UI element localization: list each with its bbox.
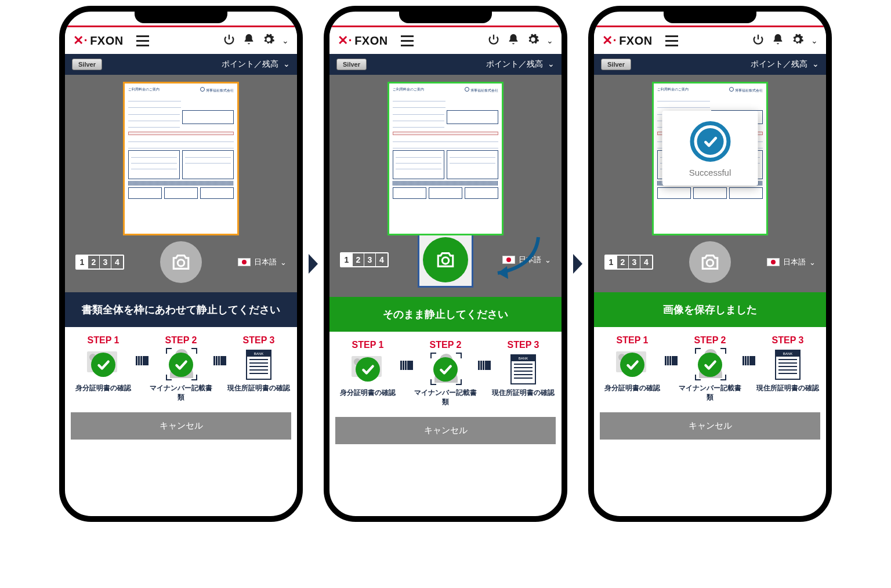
bell-icon[interactable] bbox=[507, 33, 520, 48]
step-arrow bbox=[478, 361, 491, 370]
page-counter: 1234 bbox=[340, 252, 389, 267]
status-bar: Silverポイント／残高 ⌄ bbox=[329, 54, 562, 75]
bell-icon[interactable] bbox=[772, 33, 784, 48]
gear-icon[interactable] bbox=[527, 33, 539, 48]
doc-company: 博事福祉株式会社 bbox=[735, 89, 763, 92]
doc-company: 博事福祉株式会社 bbox=[470, 89, 498, 92]
menu-icon[interactable] bbox=[136, 35, 149, 46]
step-2: STEP 2マイナンバー記載書類 bbox=[678, 335, 742, 402]
page-counter: 1234 bbox=[75, 255, 124, 270]
header-dropdown-icon[interactable]: ⌄ bbox=[546, 36, 553, 45]
success-card: Successful bbox=[662, 111, 758, 186]
phone-mockup-2: ✕·FXON⌄Silverポイント／残高 ⌄ご利用料金のご案内博事福祉株式会社1… bbox=[324, 6, 567, 522]
check-icon bbox=[91, 353, 115, 377]
jp-flag-icon bbox=[238, 258, 251, 266]
bell-icon[interactable] bbox=[242, 33, 255, 48]
tier-badge: Silver bbox=[72, 59, 102, 70]
camera-viewport: ご利用料金のご案内博事福祉株式会社1234日本語⌄ bbox=[65, 75, 297, 292]
bank-doc-icon: BANK bbox=[246, 350, 271, 380]
app-logo: ✕·FXON bbox=[602, 33, 653, 48]
tap-hint-arrow bbox=[480, 231, 544, 286]
app-header: ✕·FXON⌄ bbox=[594, 27, 826, 54]
phone-mockup-1: ✕·FXON⌄Silverポイント／残高 ⌄ご利用料金のご案内博事福祉株式会社1… bbox=[59, 6, 303, 522]
step-2: STEP 2マイナンバー記載書類 bbox=[148, 335, 213, 402]
tier-badge: Silver bbox=[336, 59, 367, 70]
camera-viewport: ご利用料金のご案内博事福祉株式会社Successful1234日本語⌄ bbox=[594, 75, 826, 292]
step-3: STEP 3BANK現住所証明書の確認 bbox=[491, 340, 556, 398]
gear-icon[interactable] bbox=[262, 33, 275, 48]
power-icon[interactable] bbox=[752, 33, 765, 48]
app-logo: ✕·FXON bbox=[338, 33, 388, 48]
doc-heading: ご利用料金のご案内 bbox=[657, 87, 689, 93]
step-1: STEP 1身分証明書の確認 bbox=[600, 335, 665, 393]
instruction-banner: 書類全体を枠にあわせて静止してください bbox=[65, 292, 297, 327]
shutter-button bbox=[689, 241, 731, 283]
jp-flag-icon bbox=[767, 258, 780, 266]
step-arrow bbox=[665, 356, 678, 365]
cancel-button[interactable]: キャンセル bbox=[600, 412, 820, 440]
balance-toggle[interactable]: ポイント／残高 ⌄ bbox=[222, 59, 290, 70]
menu-icon[interactable] bbox=[665, 35, 678, 46]
doc-heading: ご利用料金のご案内 bbox=[128, 87, 160, 93]
step-3: STEP 3BANK現住所証明書の確認 bbox=[755, 335, 820, 393]
camera-viewport: ご利用料金のご案内博事福祉株式会社1234日本語⌄ bbox=[329, 75, 562, 297]
check-icon bbox=[169, 353, 193, 377]
document-frame: ご利用料金のご案内博事福祉株式会社 bbox=[387, 82, 504, 235]
svg-point-0 bbox=[178, 260, 184, 266]
steps-row: STEP 1身分証明書の確認STEP 2マイナンバー記載書類STEP 3BANK… bbox=[594, 327, 826, 408]
bank-doc-icon: BANK bbox=[775, 350, 801, 380]
check-icon bbox=[698, 353, 722, 377]
check-icon bbox=[433, 357, 458, 382]
header-dropdown-icon[interactable]: ⌄ bbox=[811, 36, 818, 45]
shutter-button[interactable] bbox=[418, 232, 473, 288]
step-arrow bbox=[742, 356, 755, 365]
language-selector[interactable]: 日本語⌄ bbox=[238, 257, 287, 267]
svg-point-5 bbox=[707, 260, 713, 266]
svg-marker-2 bbox=[498, 266, 508, 279]
instruction-banner: 画像を保存しました bbox=[594, 292, 826, 327]
balance-toggle[interactable]: ポイント／残高 ⌄ bbox=[751, 59, 819, 70]
phone-mockup-3: ✕·FXON⌄Silverポイント／残高 ⌄ご利用料金のご案内博事福祉株式会社S… bbox=[588, 6, 832, 522]
step-1: STEP 1身分証明書の確認 bbox=[335, 340, 400, 398]
power-icon[interactable] bbox=[223, 33, 236, 48]
doc-heading: ご利用料金のご案内 bbox=[393, 87, 424, 93]
shutter-button[interactable] bbox=[160, 241, 202, 283]
svg-point-3 bbox=[442, 257, 448, 264]
document-frame: ご利用料金のご案内博事福祉株式会社 bbox=[123, 82, 239, 235]
success-text: Successful bbox=[668, 168, 752, 177]
flow-arrow-icon bbox=[572, 254, 584, 274]
step-1: STEP 1身分証明書の確認 bbox=[71, 335, 136, 393]
step-arrow bbox=[136, 356, 148, 365]
step-arrow bbox=[213, 356, 226, 365]
app-header: ✕·FXON⌄ bbox=[329, 27, 562, 54]
check-icon bbox=[620, 353, 644, 377]
cancel-button[interactable]: キャンセル bbox=[71, 412, 291, 440]
flow-arrow-icon bbox=[307, 254, 319, 274]
instruction-banner: そのまま静止してください bbox=[329, 297, 562, 332]
svg-marker-4 bbox=[573, 254, 582, 274]
svg-marker-1 bbox=[309, 254, 318, 274]
app-header: ✕·FXON⌄ bbox=[65, 27, 297, 54]
check-icon bbox=[356, 357, 380, 382]
bank-doc-icon: BANK bbox=[510, 354, 536, 384]
menu-icon[interactable] bbox=[401, 35, 414, 46]
steps-row: STEP 1身分証明書の確認STEP 2マイナンバー記載書類STEP 3BANK… bbox=[329, 332, 562, 412]
success-check-icon bbox=[690, 121, 730, 162]
steps-row: STEP 1身分証明書の確認STEP 2マイナンバー記載書類STEP 3BANK… bbox=[65, 327, 297, 408]
balance-toggle[interactable]: ポイント／残高 ⌄ bbox=[486, 59, 555, 70]
step-arrow bbox=[400, 361, 413, 370]
tier-badge: Silver bbox=[601, 59, 631, 70]
doc-company: 博事福祉株式会社 bbox=[206, 89, 234, 92]
step-3: STEP 3BANK現住所証明書の確認 bbox=[226, 335, 291, 393]
step-2: STEP 2マイナンバー記載書類 bbox=[413, 340, 478, 406]
status-bar: Silverポイント／残高 ⌄ bbox=[65, 54, 297, 75]
status-bar: Silverポイント／残高 ⌄ bbox=[594, 54, 826, 75]
app-logo: ✕·FXON bbox=[73, 33, 124, 48]
language-selector[interactable]: 日本語⌄ bbox=[767, 257, 816, 267]
cancel-button[interactable]: キャンセル bbox=[335, 417, 556, 444]
page-counter: 1234 bbox=[604, 255, 653, 270]
power-icon[interactable] bbox=[487, 33, 500, 48]
gear-icon[interactable] bbox=[791, 33, 804, 48]
header-dropdown-icon[interactable]: ⌄ bbox=[282, 36, 289, 45]
